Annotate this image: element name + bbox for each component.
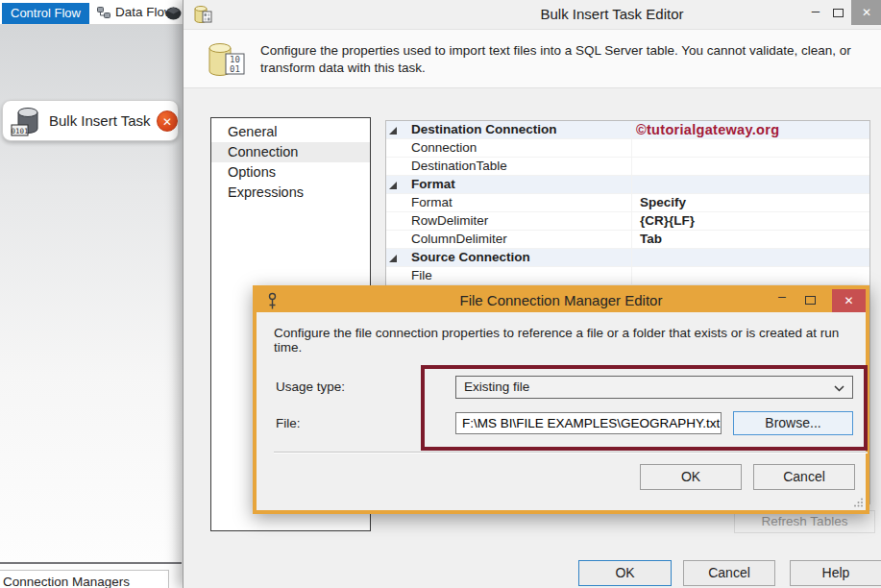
usage-type-label: Usage type: (276, 380, 345, 394)
task-label: Bulk Insert Task (49, 112, 151, 129)
data-flow-icon (97, 6, 110, 18)
expander-icon[interactable] (386, 249, 402, 266)
fcm-close-icon[interactable]: ✕ (832, 289, 866, 312)
editor-cancel-button[interactable]: Cancel (683, 560, 775, 586)
fcm-titlebar[interactable]: File Connection Manager Editor – ✕ (257, 289, 866, 312)
fcm-minimize-icon[interactable]: – (775, 288, 789, 304)
property-row-rowdelimiter[interactable]: RowDelimiter {CR}{LF} (386, 212, 869, 231)
bulk-insert-header-icon: 10 01 (207, 41, 247, 80)
property-row-file[interactable]: File (386, 267, 869, 285)
editor-ok-button[interactable]: OK (578, 560, 672, 586)
nav-item-general[interactable]: General (211, 122, 370, 142)
property-row-columndelimiter[interactable]: ColumnDelimiter Tab (386, 231, 869, 249)
svg-text:0101: 0101 (11, 127, 28, 135)
usage-type-value: Existing file (464, 380, 529, 394)
tab-control-flow[interactable]: Control Flow (2, 3, 89, 24)
property-row-format[interactable]: Format Specify (386, 194, 869, 212)
browse-button[interactable]: Browse... (733, 411, 853, 435)
property-row-destinationtable[interactable]: DestinationTable (386, 158, 869, 176)
svg-text:01: 01 (230, 64, 240, 74)
file-connection-manager-editor-dialog: File Connection Manager Editor – ✕ Confi… (253, 285, 869, 514)
bulk-insert-task-shape[interactable]: 0101 Bulk Insert Task ✕ (2, 100, 179, 141)
editor-description: Configure the properties used to import … (260, 42, 861, 77)
designer-tab-strip: Control Flow Data Flow (0, 0, 183, 25)
task-error-badge-icon[interactable]: ✕ (157, 110, 178, 132)
connection-managers-box: Connection Managers (0, 570, 169, 588)
tab-data-flow[interactable]: Data Flow (97, 5, 174, 19)
fcm-body: Configure the file connection properties… (257, 312, 866, 510)
file-label: File: (276, 416, 301, 430)
fcm-ok-button[interactable]: OK (640, 464, 742, 490)
property-row-connection[interactable]: Connection (386, 139, 869, 158)
editor-close-icon[interactable]: ✕ (851, 0, 881, 25)
property-row-format-category[interactable]: Format (386, 176, 869, 194)
package-icon[interactable] (165, 5, 182, 20)
property-row-source-connection[interactable]: Source Connection (386, 249, 869, 267)
fcm-cancel-button[interactable]: Cancel (753, 464, 855, 490)
file-path-input[interactable] (455, 412, 722, 434)
chevron-down-icon (834, 385, 844, 392)
fcm-title: File Connection Manager Editor (257, 289, 866, 312)
screen: Control Flow Data Flow 0101 Bulk Insert … (0, 0, 881, 588)
nav-item-expressions[interactable]: Expressions (211, 183, 370, 203)
editor-help-button[interactable]: Help (790, 560, 881, 586)
svg-text:10: 10 (230, 55, 240, 64)
bulk-insert-task-icon: 0101 (10, 105, 46, 138)
watermark-text: ©tutorialgateway.org (631, 121, 869, 138)
fcm-maximize-icon[interactable] (805, 296, 816, 305)
expander-icon[interactable] (386, 121, 402, 138)
expander-icon[interactable] (386, 176, 402, 193)
editor-maximize-icon[interactable] (833, 9, 844, 17)
connection-managers-label: Connection Managers (3, 575, 130, 588)
editor-titlebar[interactable]: Bulk Insert Task Editor – ✕ (184, 0, 881, 29)
nav-item-options[interactable]: Options (211, 162, 370, 183)
fcm-description: Configure the file connection properties… (274, 326, 855, 355)
editor-minimize-icon[interactable]: – (808, 2, 823, 18)
property-row-destination-connection[interactable]: Destination Connection ©tutorialgateway.… (386, 121, 869, 139)
usage-type-dropdown[interactable]: Existing file (455, 376, 853, 399)
resize-grip[interactable] (852, 497, 864, 508)
fcm-separator (274, 452, 868, 453)
nav-item-connection[interactable]: Connection (211, 142, 370, 162)
control-flow-design-surface[interactable]: 0101 Bulk Insert Task ✕ Connection Manag… (0, 25, 183, 563)
editor-title: Bulk Insert Task Editor (184, 6, 881, 22)
connection-managers-panel: Connection Managers (0, 564, 182, 588)
editor-header: 10 01 Configure the properties used to i… (184, 29, 881, 88)
